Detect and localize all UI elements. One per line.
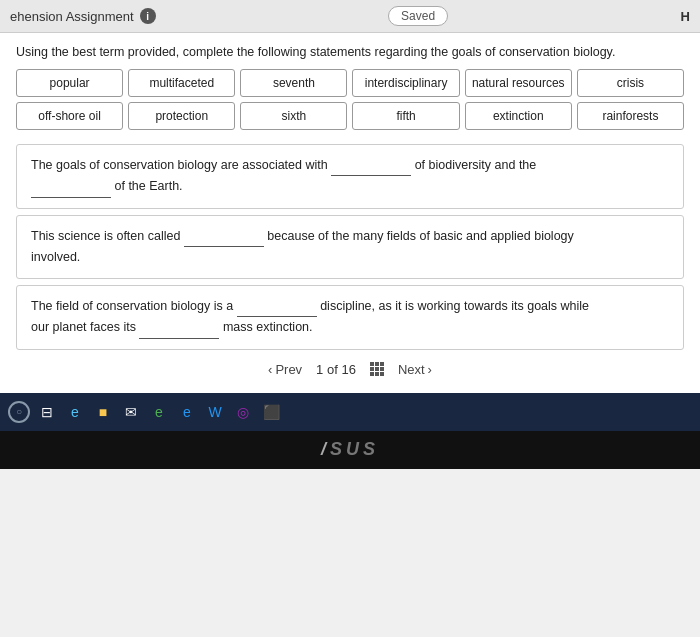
- taskbar-icon-word[interactable]: W: [204, 401, 226, 423]
- next-button[interactable]: Next ›: [398, 362, 432, 377]
- next-chevron: ›: [428, 362, 432, 377]
- start-icon: ○: [16, 406, 22, 417]
- word-tile-sixth[interactable]: sixth: [240, 102, 347, 130]
- pagination: ‹ Prev 1 of 16 Next ›: [16, 350, 684, 385]
- word-tile-multifaceted[interactable]: multifaceted: [128, 69, 235, 97]
- grid-dot: [375, 367, 379, 371]
- grid-dot: [370, 362, 374, 366]
- grid-dot: [380, 372, 384, 376]
- grid-dot: [370, 367, 374, 371]
- question-3: The field of conservation biology is a d…: [16, 285, 684, 350]
- prev-label[interactable]: Prev: [275, 362, 302, 377]
- taskbar-icon-app[interactable]: ⬛: [260, 401, 282, 423]
- q1-text-3: of the Earth.: [114, 179, 182, 193]
- taskbar-icon-edge[interactable]: e: [64, 401, 86, 423]
- grid-dot: [375, 372, 379, 376]
- q1-blank-2[interactable]: [31, 182, 111, 198]
- next-label[interactable]: Next: [398, 362, 425, 377]
- q3-text-3: our planet faces its: [31, 320, 139, 334]
- q2-blank-1[interactable]: [184, 231, 264, 247]
- questions-section: The goals of conservation biology are as…: [16, 144, 684, 350]
- q3-blank-1[interactable]: [237, 301, 317, 317]
- word-tile-natural-resources[interactable]: natural resources: [465, 69, 572, 97]
- start-button[interactable]: ○: [8, 401, 30, 423]
- word-tile-popular[interactable]: popular: [16, 69, 123, 97]
- word-tile-rainforests[interactable]: rainforests: [577, 102, 684, 130]
- word-tile-protection[interactable]: protection: [128, 102, 235, 130]
- prev-chevron: ‹: [268, 362, 272, 377]
- h-label: H: [681, 9, 690, 24]
- q2-text-2: because of the many fields of basic and …: [267, 229, 573, 243]
- word-tile-off-shore-oil[interactable]: off-shore oil: [16, 102, 123, 130]
- asus-logo: /SUS: [321, 439, 379, 460]
- word-tile-seventh[interactable]: seventh: [240, 69, 347, 97]
- word-bank: popularmultifacetedseventhinterdisciplin…: [16, 69, 684, 130]
- grid-dot: [380, 367, 384, 371]
- q2-text-1: This science is often called: [31, 229, 184, 243]
- assignment-title: ehension Assignment: [10, 9, 134, 24]
- prev-button[interactable]: ‹ Prev: [268, 362, 302, 377]
- asus-slash: /: [321, 439, 330, 459]
- word-tile-crisis[interactable]: crisis: [577, 69, 684, 97]
- taskbar-icon-folder[interactable]: ■: [92, 401, 114, 423]
- grid-icon[interactable]: [370, 362, 384, 376]
- taskbar: ○ ⊟ e ■ ✉ e e W ◎ ⬛: [0, 393, 700, 431]
- q1-blank-1[interactable]: [331, 160, 411, 176]
- question-2: This science is often called because of …: [16, 215, 684, 280]
- q3-blank-2[interactable]: [139, 323, 219, 339]
- q3-text-1: The field of conservation biology is a: [31, 299, 237, 313]
- info-icon[interactable]: i: [140, 8, 156, 24]
- word-tile-extinction[interactable]: extinction: [465, 102, 572, 130]
- word-tile-fifth[interactable]: fifth: [352, 102, 459, 130]
- page-info: 1 of 16: [316, 362, 356, 377]
- q2-text-3: involved.: [31, 250, 80, 264]
- question-1: The goals of conservation biology are as…: [16, 144, 684, 209]
- q3-text-2: discipline, as it is working towards its…: [320, 299, 589, 313]
- taskbar-icon-desktop[interactable]: ⊟: [36, 401, 58, 423]
- word-tile-interdisciplinary[interactable]: interdisciplinary: [352, 69, 459, 97]
- taskbar-icon-browser1[interactable]: e: [148, 401, 170, 423]
- instruction-text: Using the best term provided, complete t…: [16, 45, 684, 59]
- q1-text-1: The goals of conservation biology are as…: [31, 158, 331, 172]
- asus-bar: /SUS: [0, 431, 700, 469]
- grid-dot: [370, 372, 374, 376]
- header-left: ehension Assignment i: [10, 8, 156, 24]
- taskbar-icon-camera[interactable]: ◎: [232, 401, 254, 423]
- grid-dot: [380, 362, 384, 366]
- q1-text-2: of biodiversity and the: [415, 158, 537, 172]
- taskbar-icon-mail[interactable]: ✉: [120, 401, 142, 423]
- top-bar: ehension Assignment i Saved H: [0, 0, 700, 33]
- taskbar-icon-browser2[interactable]: e: [176, 401, 198, 423]
- main-content: Using the best term provided, complete t…: [0, 33, 700, 393]
- grid-dot: [375, 362, 379, 366]
- q3-text-4: mass extinction.: [223, 320, 313, 334]
- saved-badge: Saved: [388, 6, 448, 26]
